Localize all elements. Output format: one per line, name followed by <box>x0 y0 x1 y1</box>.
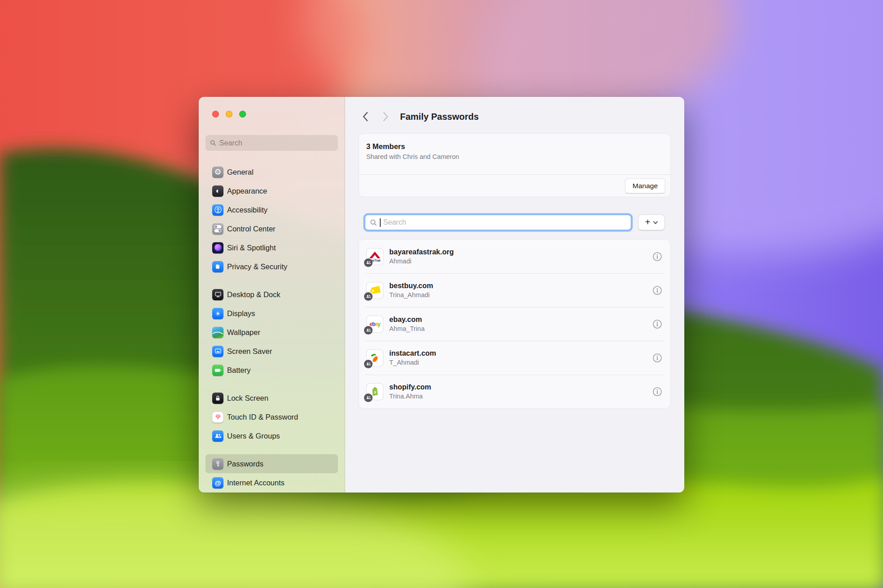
username: Ahmadi <box>389 258 646 265</box>
plus-icon: + <box>645 217 651 226</box>
sidebar-item-general[interactable]: ⚙ General <box>205 163 338 181</box>
at-icon: @ <box>212 477 223 488</box>
wallpaper-icon <box>212 327 223 338</box>
sidebar-item-passwords[interactable]: Passwords <box>205 454 338 473</box>
chevron-down-icon <box>653 221 658 224</box>
password-row[interactable]: instacart.com T_Ahmadi <box>359 341 670 375</box>
passwords-search-field[interactable] <box>365 215 631 230</box>
sidebar-item-label: Passwords <box>227 460 264 468</box>
battery-icon <box>212 365 223 376</box>
sidebar-item-label: Appearance <box>227 187 267 195</box>
sidebar-item-lock-screen[interactable]: Lock Screen <box>205 389 338 407</box>
back-button[interactable] <box>359 109 371 124</box>
users-icon <box>212 430 223 442</box>
sidebar-item-users-groups[interactable]: Users & Groups <box>205 426 338 445</box>
sun-icon: ☀ <box>212 308 223 319</box>
control-center-icon <box>212 223 223 235</box>
shopify-site-icon: S <box>366 383 383 400</box>
members-shared-with: Shared with Chris and Cameron <box>366 153 663 160</box>
sidebar-search-input[interactable] <box>219 139 333 147</box>
sidebar-item-label: Privacy & Security <box>227 262 287 271</box>
sidebar-item-label: Displays <box>227 309 255 318</box>
search-icon <box>370 219 377 226</box>
text-caret <box>380 218 381 227</box>
site-name: bestbuy.com <box>389 282 646 290</box>
ebay-site-icon: ebay <box>366 316 383 333</box>
sidebar-item-desktop-dock[interactable]: Desktop & Dock <box>205 285 338 304</box>
sidebar-item-appearance[interactable]: ◐ Appearance <box>205 181 338 200</box>
key-icon <box>212 458 223 470</box>
fingerprint-icon <box>212 412 223 423</box>
password-row[interactable]: ebay ebay.com Ahma_Trina <box>359 307 670 341</box>
sidebar-item-label: Touch ID & Password <box>227 413 298 421</box>
shared-badge-icon <box>364 258 373 267</box>
sidebar-item-battery[interactable]: Battery <box>205 361 338 380</box>
shared-badge-icon <box>364 360 373 368</box>
sidebar-item-wallpaper[interactable]: Wallpaper <box>205 323 338 342</box>
site-name: bayareafastrak.org <box>389 248 646 256</box>
sidebar-item-label: Siri & Spotlight <box>227 244 276 252</box>
shared-badge-icon <box>364 292 373 301</box>
sidebar-item-label: Lock Screen <box>227 394 269 403</box>
manage-button[interactable]: Manage <box>625 179 665 193</box>
hand-icon <box>212 261 223 272</box>
forward-button[interactable] <box>379 109 392 124</box>
accessibility-icon <box>212 204 223 216</box>
sidebar-item-label: Control Center <box>227 225 275 233</box>
chevron-left-icon <box>362 112 368 122</box>
passwords-list: FasTrak bayareafastrak.org Ahmadi <box>359 239 671 409</box>
password-row[interactable]: FasTrak bayareafastrak.org Ahmadi <box>359 240 670 273</box>
passwords-toolbar: + <box>359 215 671 230</box>
screensaver-icon <box>212 346 223 357</box>
info-icon[interactable] <box>651 386 663 398</box>
info-icon[interactable] <box>651 352 663 364</box>
lock-icon <box>212 393 223 404</box>
info-icon[interactable] <box>651 318 663 330</box>
search-icon <box>210 140 216 146</box>
sidebar-item-label: General <box>227 168 254 176</box>
close-button[interactable] <box>212 111 219 118</box>
sidebar-nav: ⚙ General ◐ Appearance Accessib <box>205 163 338 492</box>
sidebar-item-label: Battery <box>227 366 250 375</box>
sidebar-item-screen-saver[interactable]: Screen Saver <box>205 342 338 361</box>
instacart-site-icon <box>366 349 383 366</box>
pane-header: Family Passwords <box>359 108 671 126</box>
settings-sidebar: ⚙ General ◐ Appearance Accessib <box>199 97 345 493</box>
sidebar-item-accessibility[interactable]: Accessibility <box>205 200 338 219</box>
siri-icon <box>212 242 223 253</box>
sidebar-item-touch-id[interactable]: Touch ID & Password <box>205 407 338 426</box>
sidebar-item-displays[interactable]: ☀ Displays <box>205 304 338 323</box>
sidebar-item-label: Accessibility <box>227 206 268 214</box>
appearance-icon: ◐ <box>212 185 223 197</box>
sidebar-item-siri-spotlight[interactable]: Siri & Spotlight <box>205 238 338 257</box>
zoom-button[interactable] <box>239 111 246 118</box>
info-icon[interactable] <box>651 251 663 262</box>
page-title: Family Passwords <box>400 112 479 122</box>
sidebar-search-field[interactable] <box>205 135 338 151</box>
chevron-right-icon <box>383 112 389 122</box>
info-icon[interactable] <box>651 285 663 296</box>
add-password-button[interactable]: + <box>638 215 665 230</box>
desktop-dock-icon <box>212 289 223 300</box>
family-passwords-pane: Family Passwords 3 Members Shared with C… <box>345 97 684 493</box>
members-count: 3 Members <box>366 142 663 151</box>
site-name: shopify.com <box>389 383 646 391</box>
sidebar-item-control-center[interactable]: Control Center <box>205 219 338 238</box>
password-row[interactable]: S shopify.com Trina.Ahma <box>359 375 670 408</box>
username: Trina_Ahmadi <box>389 291 646 299</box>
password-row[interactable]: bestbuy.com Trina_Ahmadi <box>359 273 670 307</box>
bestbuy-site-icon <box>366 282 383 299</box>
site-name: ebay.com <box>389 316 646 324</box>
gear-icon: ⚙ <box>212 167 223 178</box>
sidebar-item-label: Internet Accounts <box>227 479 285 487</box>
username: Trina.Ahma <box>389 393 646 400</box>
username: Ahma_Trina <box>389 325 646 332</box>
fastrak-site-icon: FasTrak <box>366 248 383 265</box>
sidebar-item-internet-accounts[interactable]: @ Internet Accounts <box>205 473 338 492</box>
window-controls <box>212 111 338 118</box>
sidebar-item-privacy-security[interactable]: Privacy & Security <box>205 257 338 276</box>
sidebar-item-label: Users & Groups <box>227 432 280 440</box>
passwords-search-input[interactable] <box>383 218 626 226</box>
ebay-logo: ebay <box>369 321 380 327</box>
minimize-button[interactable] <box>226 111 232 118</box>
